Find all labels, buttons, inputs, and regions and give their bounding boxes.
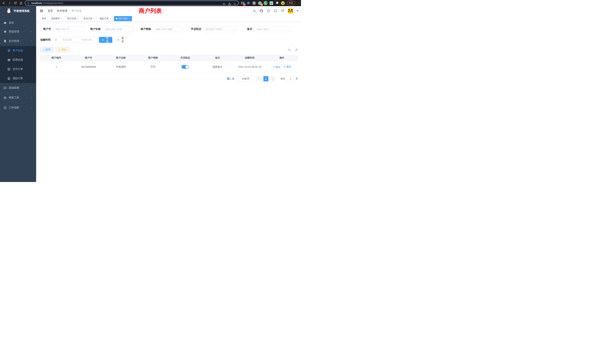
filter-create-time: 创建时间 开始日期 - 结束日期 搜索 重置 (40, 37, 128, 43)
help-icon[interactable]: ? (267, 9, 270, 13)
user-menu-caret-icon[interactable] (297, 10, 298, 11)
sidebar-item-refund-order[interactable]: 退款订单 (0, 74, 36, 83)
short-name-input[interactable] (153, 26, 183, 32)
sidebar-item-label: 工作流程 (9, 106, 19, 109)
table-search-toggle-button[interactable] (287, 47, 291, 52)
extension-emoji-icon[interactable] (281, 1, 285, 5)
filter-label: 创建时间 (40, 38, 51, 42)
app-logo (6, 8, 12, 14)
goto-label: 前往 (280, 77, 285, 80)
page-info-icon[interactable] (27, 2, 30, 4)
close-icon[interactable]: × (77, 17, 79, 20)
close-icon[interactable]: × (129, 17, 130, 20)
prev-page-button[interactable]: ‹ (257, 76, 261, 81)
date-end-placeholder[interactable]: 结束日期 (79, 38, 95, 42)
table-header-row: 商户编号 商户号 商户全称 商户简称 开启状态 备注 创建时间 操作 (40, 55, 298, 61)
add-button[interactable]: + 新增 (40, 47, 53, 53)
address-bar[interactable]: localhost:1024/pay/merchant ☆ (25, 0, 239, 6)
app-logo-row[interactable]: 芋道管理系统 (0, 6, 36, 16)
home-icon (20, 1, 23, 5)
extension-chat-icon[interactable] (269, 1, 273, 5)
breadcrumb-home[interactable]: 首页 (48, 9, 53, 13)
sidebar-item-label: 应用信息 (13, 58, 23, 62)
close-icon[interactable]: × (110, 17, 111, 20)
github-icon[interactable] (259, 9, 263, 13)
tab-home[interactable]: 首页 (40, 16, 48, 21)
remark-input[interactable] (254, 26, 290, 32)
sidebar-item-workflow[interactable]: 工作流程 (0, 103, 36, 113)
status-select[interactable] (203, 26, 236, 32)
close-icon[interactable]: × (93, 17, 95, 20)
chevron-down-icon (31, 96, 33, 99)
extension-command-icon[interactable]: ⌘ (252, 1, 256, 5)
sidebar-item-merchant-info[interactable]: 商户信息 (0, 46, 36, 55)
delete-link[interactable]: 删除 (283, 65, 291, 68)
filter-label: 商户号 (43, 27, 51, 31)
bookmark-star-icon[interactable]: ☆ (234, 2, 236, 5)
password-key-icon[interactable] (223, 2, 226, 5)
breadcrumb-pay[interactable]: 支付管理 (57, 9, 67, 13)
full-name-input[interactable] (103, 26, 133, 32)
sidebar-item-infra[interactable]: 基础设施 (0, 83, 36, 93)
table-refresh-button[interactable] (294, 47, 298, 52)
annotation-text: 商户列表 (139, 7, 162, 15)
sidebar-item-home[interactable]: 首页 (0, 19, 36, 27)
filter-label: 开启状态 (191, 27, 201, 31)
next-page-button[interactable]: › (270, 76, 275, 81)
merchant-no-input[interactable] (53, 26, 84, 32)
search-icon (102, 39, 104, 41)
download-icon (58, 49, 61, 51)
export-button[interactable]: 导出 (55, 47, 69, 53)
sidebar-item-app-info[interactable]: 应用信息 (0, 55, 36, 64)
sidebar-collapse-button[interactable] (40, 9, 43, 13)
extension-v-icon[interactable]: V (264, 1, 268, 5)
status-toggle[interactable] (182, 65, 189, 69)
tab-merchant-info[interactable]: 商户信息× (114, 16, 132, 21)
sidebar-item-pay[interactable]: ¥ 支付管理 (0, 36, 36, 46)
sidebar-item-system[interactable]: 系统管理 (0, 27, 36, 36)
browser-home-button[interactable] (19, 1, 23, 5)
extensions-puzzle-icon[interactable] (275, 1, 279, 5)
share-icon[interactable] (228, 2, 231, 5)
browser-menu-icon[interactable]: ⋮ (297, 3, 299, 3)
filter-status: 开启状态 (191, 26, 236, 32)
sidebar-item-pay-order[interactable]: 支付订单 (0, 64, 36, 74)
page-size-select[interactable]: 10条/页 (236, 76, 255, 81)
extension-kite-icon[interactable] (247, 1, 250, 5)
tab-user-group[interactable]: 用户分组× (65, 16, 81, 21)
font-size-icon[interactable]: TT (281, 9, 284, 13)
tab-refund-order[interactable]: 退款订单× (98, 16, 113, 21)
close-icon[interactable]: × (61, 17, 63, 20)
tab-process-form[interactable]: 流程表单× (49, 16, 64, 21)
extension-session-icon[interactable]: 1 (258, 1, 262, 5)
date-start-placeholder[interactable]: 开始日期 (59, 38, 75, 42)
search-button[interactable]: 搜索 (99, 37, 112, 43)
user-avatar[interactable] (288, 8, 293, 14)
chevron-down-icon (251, 78, 253, 80)
page-1-button[interactable]: 1 (263, 76, 268, 81)
browser-update-button[interactable]: 更新 (287, 1, 295, 5)
yen-circle-icon (7, 67, 11, 71)
extension-grid-icon[interactable]: 10 (241, 1, 245, 5)
top-navbar: 首页 / 支付管理 / 商户信息 ? TT (36, 6, 301, 16)
tab-pay-order[interactable]: 支付订单× (82, 16, 97, 21)
chevron-up-icon (31, 40, 33, 42)
col-header: 备注 (201, 56, 234, 60)
merchant-table: 商户编号 商户号 商户全称 商户简称 开启状态 备注 创建时间 操作 1 M23… (40, 55, 298, 73)
app-title: 芋道管理系统 (13, 9, 30, 13)
browser-forward-button[interactable] (7, 1, 12, 5)
fullscreen-icon[interactable] (274, 9, 277, 13)
goto-page-input[interactable] (287, 76, 294, 81)
grid-table-icon (7, 58, 11, 62)
header-search-icon[interactable] (252, 9, 256, 13)
edit-link[interactable]: ✎修改 (273, 65, 280, 69)
reset-button[interactable]: 重置 (114, 37, 128, 43)
reload-icon (14, 1, 17, 5)
browser-reload-button[interactable] (13, 1, 17, 5)
sidebar: 芋道管理系统 首页 系统管理 ¥ 支付管理 商户信息 应用信息 支付订单 退款订… (0, 6, 36, 182)
cell-short-name: 芋艿 (137, 65, 169, 69)
sidebar-item-dev-tools[interactable]: 研发工具 (0, 93, 36, 103)
browser-back-button[interactable] (1, 1, 6, 5)
col-header: 操作 (266, 56, 298, 60)
date-range-picker[interactable]: 开始日期 - 结束日期 (53, 37, 97, 43)
